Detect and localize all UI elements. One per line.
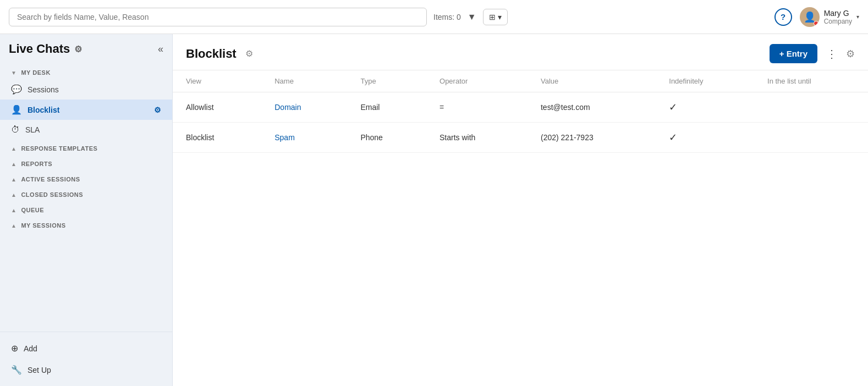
sidebar-collapse-icon[interactable]: «: [158, 43, 163, 55]
sidebar-item-my-sessions[interactable]: ▲ MY SESSIONS: [0, 217, 172, 232]
blocklist-table: View Name Type Operator Value Indefinite…: [173, 70, 868, 153]
cell-type-1: Email: [347, 92, 426, 123]
avatar: 👤: [800, 7, 820, 27]
sidebar-bottom: ⊕ Add 🔧 Set Up: [0, 332, 172, 386]
status-dot: [814, 21, 818, 26]
filter-icon[interactable]: ▼: [468, 12, 476, 22]
reports-collapse-icon: ▲: [11, 161, 17, 167]
sidebar-title: Live Chats: [9, 42, 70, 56]
grid-icon: ⊞: [489, 13, 496, 21]
cell-name-2[interactable]: Spam: [261, 123, 347, 153]
sidebar-item-queue[interactable]: ▲ QUEUE: [0, 201, 172, 217]
user-info: Mary G Company: [824, 9, 852, 25]
my-desk-label: MY DESK: [21, 69, 50, 76]
sidebar-item-blocklist[interactable]: 👤 Blocklist ⚙: [0, 100, 172, 120]
cell-in-list-until-1: [754, 92, 868, 123]
sidebar-title-group: Live Chats ⚙: [9, 42, 82, 56]
check-icon-2: ✓: [669, 132, 677, 143]
sidebar-setup-button[interactable]: 🔧 Set Up: [0, 359, 172, 381]
user-menu[interactable]: 👤 Mary G Company ▾: [800, 7, 859, 27]
col-type: Type: [347, 70, 426, 92]
col-view: View: [173, 70, 261, 92]
table-row: Allowlist Domain Email = test@test.com ✓: [173, 92, 868, 123]
items-count: Items: 0: [433, 13, 461, 21]
my-sessions-label: MY SESSIONS: [21, 222, 65, 229]
closed-sessions-label: CLOSED SESSIONS: [21, 191, 83, 198]
search-input[interactable]: [9, 8, 427, 26]
sidebar-item-closed-sessions[interactable]: ▲ CLOSED SESSIONS: [0, 186, 172, 201]
page-title: Blocklist: [186, 47, 237, 61]
response-templates-label: RESPONSE TEMPLATES: [21, 145, 97, 152]
cell-operator-2: Starts with: [426, 123, 528, 153]
main-content: Blocklist ⚙ + Entry ⋮ ⚙ View Name Type O…: [173, 34, 868, 386]
main-settings-button[interactable]: ⚙: [846, 48, 855, 60]
table-wrap: View Name Type Operator Value Indefinite…: [173, 70, 868, 386]
add-label: Add: [24, 344, 37, 353]
sidebar-item-sessions[interactable]: 💬 Sessions: [0, 79, 172, 100]
col-in-list-until: In the list until: [754, 70, 868, 92]
help-button[interactable]: ?: [774, 8, 792, 26]
cell-name-1[interactable]: Domain: [261, 92, 347, 123]
chevron-down-icon: ▾: [498, 13, 502, 21]
my-desk-collapse-icon: ▼: [11, 70, 17, 76]
sidebar-item-reports[interactable]: ▲ REPORTS: [0, 155, 172, 170]
cell-type-2: Phone: [347, 123, 426, 153]
main-header: Blocklist ⚙ + Entry ⋮ ⚙: [173, 34, 868, 70]
table-header-row: View Name Type Operator Value Indefinite…: [173, 70, 868, 92]
sessions-icon: 💬: [11, 84, 22, 95]
user-company: Company: [824, 18, 852, 25]
col-indefinitely: Indefinitely: [656, 70, 754, 92]
more-options-button[interactable]: ⋮: [823, 45, 840, 63]
sidebar-header: Live Chats ⚙ «: [0, 34, 172, 62]
sidebar-item-active-sessions[interactable]: ▲ ACTIVE SESSIONS: [0, 170, 172, 186]
reports-label: REPORTS: [21, 161, 52, 167]
cell-indefinitely-1: ✓: [656, 92, 754, 123]
sidebar-add-button[interactable]: ⊕ Add: [0, 338, 172, 359]
active-sessions-collapse-icon: ▲: [11, 177, 17, 183]
cell-view-2: Blocklist: [173, 123, 261, 153]
sidebar: Live Chats ⚙ « ▼ MY DESK 💬 Sessions 👤 Bl…: [0, 34, 173, 386]
col-name: Name: [261, 70, 347, 92]
response-templates-collapse-icon: ▲: [11, 146, 17, 152]
blocklist-label: Blocklist: [28, 106, 59, 114]
sidebar-item-my-desk[interactable]: ▼ MY DESK: [0, 64, 172, 79]
closed-sessions-collapse-icon: ▲: [11, 192, 17, 198]
add-icon: ⊕: [11, 343, 18, 354]
topbar: Items: 0 ▼ ⊞ ▾ ? 👤 Mary G Company ▾: [0, 0, 868, 34]
setup-label: Set Up: [28, 366, 51, 374]
view-toggle[interactable]: ⊞ ▾: [483, 9, 508, 25]
main-header-actions: + Entry ⋮ ⚙: [770, 44, 855, 63]
blocklist-settings-icon[interactable]: ⚙: [154, 106, 161, 114]
name-link-2[interactable]: Spam: [274, 133, 295, 142]
cell-indefinitely-2: ✓: [656, 123, 754, 153]
add-entry-button[interactable]: + Entry: [770, 44, 817, 63]
queue-label: QUEUE: [21, 207, 44, 213]
sessions-label: Sessions: [28, 85, 59, 94]
sla-icon: ⏱: [11, 125, 20, 135]
cell-operator-1: =: [426, 92, 528, 123]
cell-value-2: (202) 221-7923: [528, 123, 656, 153]
cell-value-1: test@test.com: [528, 92, 656, 123]
my-sessions-collapse-icon: ▲: [11, 223, 17, 229]
check-icon-1: ✓: [669, 102, 677, 113]
sidebar-nav: ▼ MY DESK 💬 Sessions 👤 Blocklist ⚙ ⏱ SLA: [0, 62, 172, 234]
col-value: Value: [528, 70, 656, 92]
cell-view-1: Allowlist: [173, 92, 261, 123]
layout: Live Chats ⚙ « ▼ MY DESK 💬 Sessions 👤 Bl…: [0, 34, 868, 386]
col-operator: Operator: [426, 70, 528, 92]
sidebar-item-sla[interactable]: ⏱ SLA: [0, 120, 172, 140]
queue-collapse-icon: ▲: [11, 207, 17, 213]
name-link-1[interactable]: Domain: [274, 103, 301, 112]
table-row: Blocklist Spam Phone Starts with (202) 2…: [173, 123, 868, 153]
user-chevron-icon: ▾: [856, 14, 859, 20]
blocklist-icon: 👤: [11, 104, 22, 115]
topbar-right: ? 👤 Mary G Company ▾: [774, 7, 859, 27]
main-title-gear-icon[interactable]: ⚙: [245, 48, 253, 59]
cell-in-list-until-2: [754, 123, 868, 153]
active-sessions-label: ACTIVE SESSIONS: [21, 176, 80, 183]
sla-label: SLA: [25, 125, 40, 134]
setup-icon: 🔧: [11, 365, 22, 375]
sidebar-item-response-templates[interactable]: ▲ RESPONSE TEMPLATES: [0, 140, 172, 155]
user-name: Mary G: [824, 9, 852, 18]
sidebar-gear-icon[interactable]: ⚙: [74, 44, 82, 54]
